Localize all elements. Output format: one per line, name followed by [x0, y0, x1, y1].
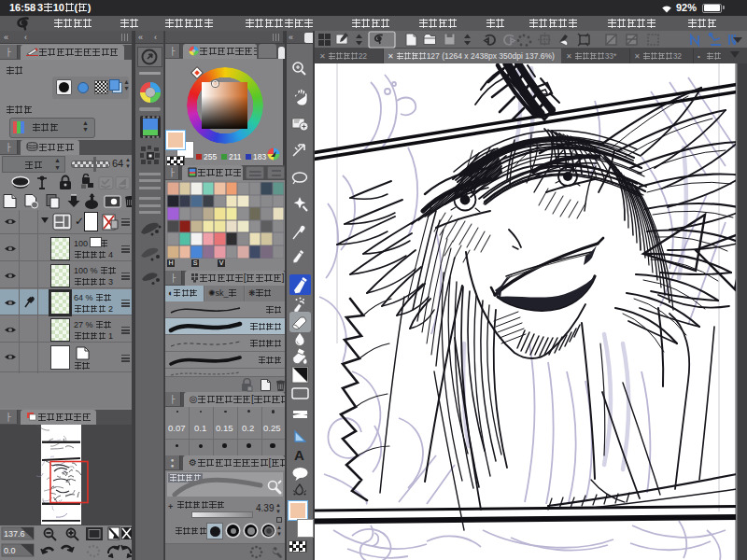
svg-text:A: A	[294, 447, 304, 463]
svg-text:137.6: 137.6	[4, 529, 25, 539]
svg-text:0.0: 0.0	[4, 546, 16, 555]
